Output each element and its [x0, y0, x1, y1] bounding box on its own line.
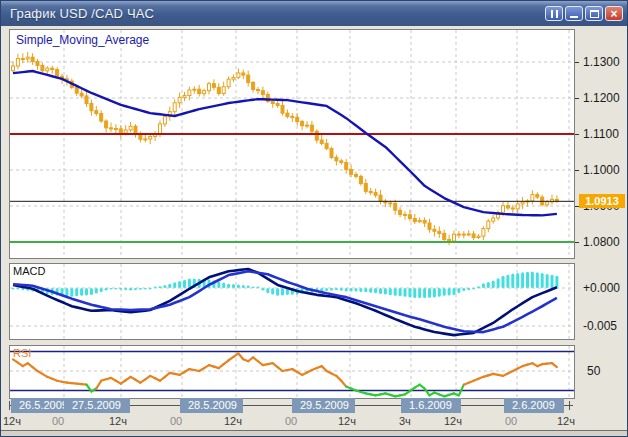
rsi-indicator-label: RSI	[13, 347, 31, 359]
sma-indicator-label: Simple_Moving_Average	[16, 33, 149, 47]
time-label: 12ч	[557, 415, 575, 427]
price-axis-label: 1.1000	[583, 163, 620, 177]
current-price-tag: 1.0913	[579, 194, 625, 208]
date-label: 2.6.2009	[504, 398, 564, 413]
chart-window: График USD /CAD ЧАС × Simple_Moving_Aver…	[0, 0, 628, 437]
time-label: 00	[505, 415, 517, 427]
time-label: 12ч	[338, 415, 356, 427]
date-axis: 26.5.200927.5.200928.5.200929.5.20091.6.…	[1, 398, 628, 413]
time-label: 12ч	[444, 415, 462, 427]
price-axis: 1.0913 +0.000 -0.005 50 1.13001.12001.11…	[575, 1, 628, 437]
date-label: 26.5.2009	[11, 398, 64, 413]
time-axis: 12ч0012ч0012ч0012ч3ч12ч0012ч	[1, 415, 628, 428]
macd-axis-label-neg: -0.005	[583, 319, 617, 333]
pause-icon	[551, 10, 558, 18]
time-label: 12ч	[109, 415, 127, 427]
date-axis-tick	[569, 401, 570, 410]
price-chart-panel[interactable]: Simple_Moving_Average	[9, 29, 575, 259]
rsi-axis-label-50: 50	[587, 364, 600, 378]
time-label: 3ч	[399, 415, 411, 427]
titlebar[interactable]: График USD /CAD ЧАС ×	[1, 1, 627, 26]
date-axis-tick	[9, 401, 10, 410]
price-axis-tick	[575, 98, 579, 99]
rsi-panel[interactable]: RSI	[9, 345, 575, 399]
price-axis-tick	[575, 170, 579, 171]
time-label: 12ч	[3, 415, 21, 427]
date-label: 27.5.2009	[64, 398, 130, 413]
date-label: 29.5.2009	[292, 398, 355, 413]
rsi-chart[interactable]	[10, 346, 574, 398]
pause-button[interactable]	[545, 6, 563, 21]
price-axis-tick	[575, 242, 579, 243]
macd-axis-label-zero: +0.000	[583, 281, 620, 295]
macd-indicator-label: MACD	[13, 265, 45, 277]
price-axis-tick	[575, 134, 579, 135]
date-label: 28.5.2009	[180, 398, 243, 413]
window-title: График USD /CAD ЧАС	[10, 6, 154, 21]
price-axis-label: 1.1300	[583, 55, 620, 69]
macd-panel[interactable]: MACD	[9, 263, 575, 340]
macd-chart[interactable]	[10, 264, 574, 339]
price-axis-label: 1.1200	[583, 91, 620, 105]
time-label: 00	[285, 415, 297, 427]
time-label: 12ч	[224, 415, 242, 427]
date-label: 1.6.2009	[401, 398, 461, 413]
window-frame-bottom	[1, 430, 627, 436]
candlestick-chart[interactable]	[10, 30, 574, 258]
time-label: 00	[170, 415, 182, 427]
price-axis-tick	[575, 62, 579, 63]
price-axis-label: 1.0800	[583, 235, 620, 249]
time-label: 00	[52, 415, 64, 427]
price-axis-label: 1.1100	[583, 127, 619, 141]
